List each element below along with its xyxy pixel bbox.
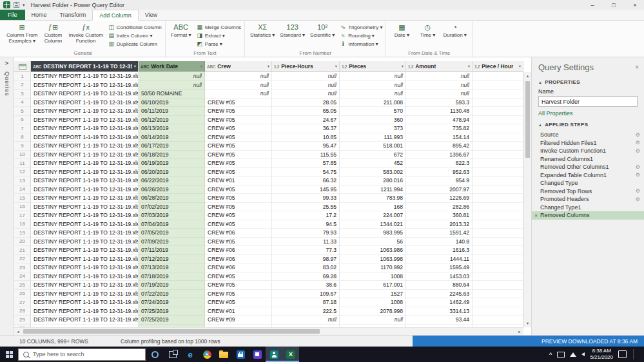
cell[interactable]: DESTINY REPORT 1-1-19 TO 12-31-19.xls [31,316,139,325]
cell[interactable]: DESTINY REPORT 1-1-19 TO 12-31-19.xls [31,90,139,99]
cell[interactable]: 783.98 [340,194,406,203]
statistics-button[interactable]: XΣStatistics ▾ [248,22,277,50]
cell[interactable]: 1226.69 [406,194,473,203]
cell[interactable]: 06/22/2019 [139,176,205,186]
cell[interactable]: 07/11/2019 [139,246,205,255]
cell[interactable] [473,298,523,307]
cell[interactable]: 1396.67 [406,151,473,160]
cell[interactable]: 570 [340,107,406,116]
cell[interactable]: 54.75 [272,168,340,177]
cell[interactable] [473,316,523,325]
cell[interactable]: DESTINY REPORT 1-1-19 TO 12-31-19.xls [31,151,139,160]
scientific-button[interactable]: 10²Scientific ▾ [308,22,337,50]
cell[interactable]: CREW #01 [205,176,272,186]
cell[interactable] [473,290,523,299]
cell[interactable]: 518.001 [340,142,406,151]
query-name-input[interactable] [538,96,638,107]
cell[interactable]: 06/20/2019 [139,168,205,177]
cell[interactable]: null [272,81,340,90]
cell[interactable]: 69.28 [272,272,340,281]
taskbar-app-store[interactable] [232,347,249,362]
cell[interactable]: CREW #05 [205,272,272,281]
cell[interactable]: CREW #05 [205,220,272,229]
cell[interactable]: 1462.49 [406,298,473,307]
cell[interactable]: 111.993 [340,133,406,142]
cell[interactable]: 99.33 [272,194,340,203]
duplicate-column-button[interactable]: ▥Duplicate Column [108,41,162,47]
cell[interactable]: DESTINY REPORT 1-1-19 TO 12-31-19.xls [31,307,139,316]
cell[interactable]: 735.82 [406,124,473,133]
cell[interactable] [473,176,523,186]
cell[interactable]: 38.6 [272,281,340,290]
cell[interactable]: 224.007 [340,211,406,220]
filter-icon[interactable]: ▾ [468,64,470,69]
cell[interactable]: CREW #01 [205,307,272,316]
column-header-piece-hours[interactable]: 1.2Piece-Hours▾ [272,61,340,72]
cell[interactable]: null [406,81,473,90]
cell[interactable]: 1008 [340,298,406,307]
action-center-icon[interactable] [618,350,627,358]
applied-step-filtered-hidden-files1[interactable]: Filtered Hidden Files1⚙ [532,139,644,148]
cell[interactable]: CREW #06 [205,263,272,272]
cell[interactable]: DESTINY REPORT 1-1-19 TO 12-31-19.xls [31,176,139,186]
cell[interactable]: null [406,90,473,99]
cell[interactable]: 1444.11 [406,255,473,264]
cell[interactable]: CREW #05 [205,151,272,160]
cell[interactable]: 672 [340,151,406,160]
scroll-down-icon[interactable]: ▼ [524,319,531,327]
cell[interactable] [473,124,523,133]
cell[interactable] [473,142,523,151]
filter-icon[interactable]: ▾ [519,64,521,69]
cell[interactable]: 593.3 [406,99,473,108]
cell[interactable]: 983.995 [340,229,406,238]
scroll-up-icon[interactable]: ▲ [524,72,531,80]
cell[interactable]: 95.47 [272,142,340,151]
cell[interactable]: 07/25/2019 [139,307,205,316]
merge-columns-button[interactable]: ▦Merge Columns [197,24,241,30]
cell[interactable]: 952.63 [406,168,473,177]
cell[interactable]: 2013.32 [406,220,473,229]
taskbar-app-people[interactable] [266,347,282,362]
minimize-button[interactable]: – [583,0,601,10]
cell[interactable]: 07/05/2019 [139,229,205,238]
vertical-scroll-thumb[interactable] [525,81,530,158]
custom-column-button[interactable]: ƒ⊞CustomColumn [41,22,65,50]
taskbar-clock[interactable]: 8:38 AM 5/21/2020 [590,348,613,361]
cell[interactable]: 07/19/2019 [139,281,205,290]
display-tray-icon[interactable] [557,352,565,357]
duration-button[interactable]: ◔Duration ▾ [441,22,468,50]
taskbar-search-input[interactable]: Type here to search [18,348,146,361]
cell[interactable]: 2245.63 [406,290,473,299]
cell[interactable]: 1344.021 [340,220,406,229]
cell[interactable]: null [205,81,272,90]
cell[interactable] [473,81,523,90]
cell[interactable] [473,203,523,212]
cell[interactable]: null [340,316,406,325]
cell[interactable]: DESTINY REPORT 1-1-19 TO 12-31-19.xls [31,298,139,307]
cell[interactable] [473,168,523,177]
filter-icon[interactable]: ▾ [200,64,202,69]
cell[interactable] [473,159,523,168]
cell[interactable]: null [272,316,340,325]
date-button[interactable]: ▦Date ▾ [389,22,414,50]
cell[interactable]: 06/13/2019 [139,124,205,133]
time-button[interactable]: ◷Time ▾ [415,22,440,50]
cell[interactable]: DESTINY REPORT 1-1-19 TO 12-31-19.xls [31,168,139,177]
cell[interactable]: 478.94 [406,116,473,125]
vertical-scroll-track[interactable] [524,80,531,319]
cell[interactable]: 11.33 [272,238,340,247]
cell[interactable]: DESTINY REPORT 1-1-19 TO 12-31-19.xls [31,186,139,195]
cell[interactable]: CREW #05 [205,124,272,133]
column-header-destiny-report-1-1-19-to-12-31-19-xls[interactable]: ABCDESTINY REPORT 1-1-19 TO 12-31-19.xls… [31,61,139,72]
cell[interactable]: 28.05 [272,99,340,108]
task-view-button[interactable] [164,347,182,362]
cell[interactable]: 06/17/2019 [139,142,205,151]
cell[interactable]: 168 [340,203,406,212]
cell[interactable]: 07/03/2019 [139,211,205,220]
cell[interactable]: 583.002 [340,168,406,177]
cell[interactable]: null [272,90,340,99]
cell[interactable]: CREW #05 [205,142,272,151]
cell[interactable]: null [406,72,473,81]
cell[interactable]: CREW #05 [205,281,272,290]
cell[interactable] [473,255,523,264]
